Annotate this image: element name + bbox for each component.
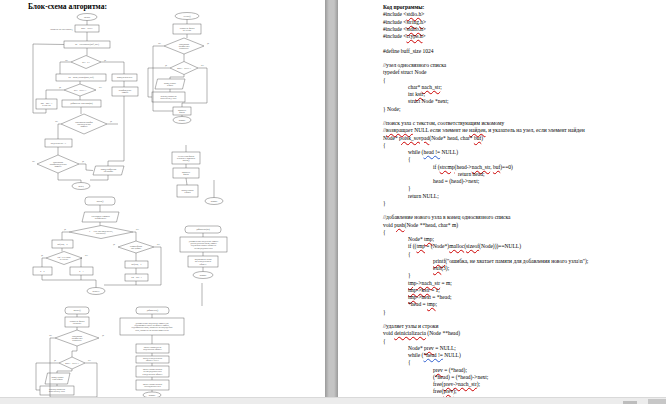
flowchart-node-diam: Произошлаошибка выделенияпамяти? (37, 155, 79, 173)
code-line: (*head) = (*head)->next; (383, 374, 666, 381)
code-line: //узел односвязного списка (383, 62, 666, 69)
code-line: prev = (*head); (383, 367, 666, 374)
code-line: if ((tmp = (Node*)malloc(sizeof(Node)))=… (383, 243, 666, 250)
code-line: return NULL; (383, 193, 666, 200)
code-line: #include <string.h> (383, 19, 666, 26)
flowchart-connector (81, 258, 82, 267)
svg-text:head != NULL ?: head != NULL ? (65, 362, 79, 364)
svg-text:возврат: возврат (200, 274, 207, 276)
code-line: { (383, 77, 666, 84)
flowchart-branch-label: нет (158, 42, 161, 44)
page-flowchart[interactable]: Блок-схема алгоритма: началоhead = NULLs… (0, 0, 325, 397)
flowchart-node-round: добавление() (136, 307, 169, 314)
flowchart-node-para: вывод сообщенияоб ошибке (93, 166, 124, 175)
flowchart-connector (108, 96, 124, 166)
flowchart-branch-label: нет (99, 86, 102, 88)
flowchart-connector (58, 124, 61, 139)
code-line: Код программы: (383, 4, 666, 11)
scrollbar-corner (648, 399, 666, 404)
code-line: } (383, 185, 666, 192)
code-line: } (383, 200, 666, 207)
horizontal-scrollbar[interactable] (0, 397, 666, 404)
flowchart-node-diam: head != NULL ? (170, 62, 198, 75)
flowchart-node-rect: запись указателя headна предыдущий узелв… (136, 366, 169, 377)
flowchart-node-rect: kstr = kstr + 1в узле res (36, 99, 57, 109)
flowchart-branch-label: да (104, 59, 106, 62)
flowchart-node-rect: чтение слов файлав список с помощьюsczit… (172, 152, 200, 164)
flowchart-branch-label: нет (157, 243, 160, 245)
flowchart-branch-label: нет (201, 64, 204, 66)
svg-text:возврат: возврат (179, 119, 186, 121)
flowchart-node-rect: запись в выделеннуюобласть NULL (136, 356, 169, 363)
code-line: #define buff_size 1024 (383, 48, 666, 55)
flowchart-node-rect: len = len + 1 (125, 274, 148, 281)
flowchart-node-rect: Открытие файлана чтение (173, 24, 201, 34)
svg-text:k = 0: k = 0 (40, 270, 44, 272)
flowchart-node-oval: чтение() (175, 13, 199, 20)
svg-text:head != NULL ?: head != NULL ? (177, 67, 191, 69)
svg-text:head = NULL: head = NULL (81, 27, 93, 29)
code-line: { (383, 338, 666, 345)
flowchart-connector (62, 232, 69, 240)
flowchart-node-rect: динамическое выделение памяти длясодержи… (120, 318, 184, 335)
flowchart-node-rect: закрытиефайла (173, 107, 191, 115)
flowchart-node-oval: возврат (173, 117, 191, 124)
code-line: struct Node *next; (383, 98, 666, 105)
code-line: char* nach_str; (383, 84, 666, 91)
svg-text:начало: начало (84, 16, 90, 18)
flowchart-node-round: запись() (65, 307, 89, 314)
code-line: void deinicializacia (Node **head) (383, 330, 666, 337)
flowchart-connector (58, 173, 81, 183)
flowchart-branch-label: да (64, 228, 66, 231)
code-line: //возвращает NULL если элемент не найден… (383, 127, 666, 134)
flowchart-connector (60, 62, 71, 74)
code-text: Код программы:#include <stdio.h>#include… (338, 0, 666, 396)
code-line: while (head != NULL) (383, 149, 666, 156)
code-line: tmp->next = *head; (383, 294, 666, 301)
flowchart-node-oval: возврат (193, 272, 213, 279)
page-code[interactable]: Код программы:#include <stdio.h>#include… (338, 0, 666, 397)
flowchart-node-rect: k = 0 (33, 267, 52, 275)
flowchart-branch-label: нет (32, 160, 35, 162)
code-line (383, 316, 666, 323)
code-line: free(prev->nach_str); (383, 381, 666, 388)
flowchart-node-rect: res = poisk_sovpad(head, buf) (56, 74, 106, 81)
flowchart-node-oval: конец (72, 183, 90, 190)
code-line: //удаляет узлы и строки (383, 323, 666, 330)
code-line: if (strcmp(head->nach_str, buf)==0) (383, 164, 666, 171)
flowchart-node-rect: Открытие файлана запись (65, 317, 89, 327)
code-line: tmp->nach_str = m; (383, 280, 666, 287)
flowchart-node-round: добавление(str) (185, 226, 221, 233)
flowchart-branch-label: нет (88, 359, 91, 361)
flowchart-branch-label: да (41, 254, 43, 257)
flowchart-branch-label: нет (55, 120, 58, 122)
code-line: Node* poisk_sovpad(Node* head, char* buf… (383, 135, 666, 142)
code-line: } (383, 309, 666, 316)
flowchart-drawing[interactable]: началоhead = NULLstr = считывание(buff_s… (0, 0, 325, 397)
flowchart-connector (72, 346, 77, 357)
page-gap (325, 0, 338, 397)
document-viewport: Блок-схема алгоритма: началоhead = NULLs… (0, 0, 666, 404)
flowchart-branch-label: указатель на узел списка ] (50, 28, 73, 31)
flowchart-node-rect: перевод указателяhead на след. узел (40, 386, 74, 395)
flowchart-node-rect: k = 1 (70, 267, 93, 275)
flowchart-node-rect: копирование словаbuf в выделеннуюобласть (188, 256, 218, 267)
svg-text:Произошлаошибка приоткрытии?: Произошлаошибка приоткрытии? (179, 43, 190, 50)
flowchart-node-diam: Произошла ошибкапри выделениипамяти? (61, 114, 107, 134)
flowchart-connector (42, 258, 46, 267)
flowchart-connector (57, 369, 72, 373)
flowchart-node-rect: освобождениепамяти (112, 87, 138, 96)
flowchart-branch-label: да (207, 42, 209, 45)
flowchart-node-rect: динамическое выделение памятидля соедине… (180, 237, 227, 252)
code-line: tmp->kstr = 1; (383, 287, 666, 294)
flowchart-node-diam: head != NULL ? (59, 357, 85, 369)
flowchart-node-rect: вывод результата (112, 74, 137, 81)
code-line: while (*head != NULL) (383, 352, 666, 359)
code-line: { (383, 142, 666, 149)
code-line: void push(Node **head, char* m) (383, 222, 666, 229)
code-line: Node* tmp; (383, 236, 666, 243)
code-line (383, 40, 666, 47)
svg-text:res != NULL ?: res != NULL ? (74, 89, 86, 91)
flowchart-node-rect: str = считывание(buff_size) (64, 41, 110, 48)
flowchart-branch-label: нет (85, 254, 88, 256)
